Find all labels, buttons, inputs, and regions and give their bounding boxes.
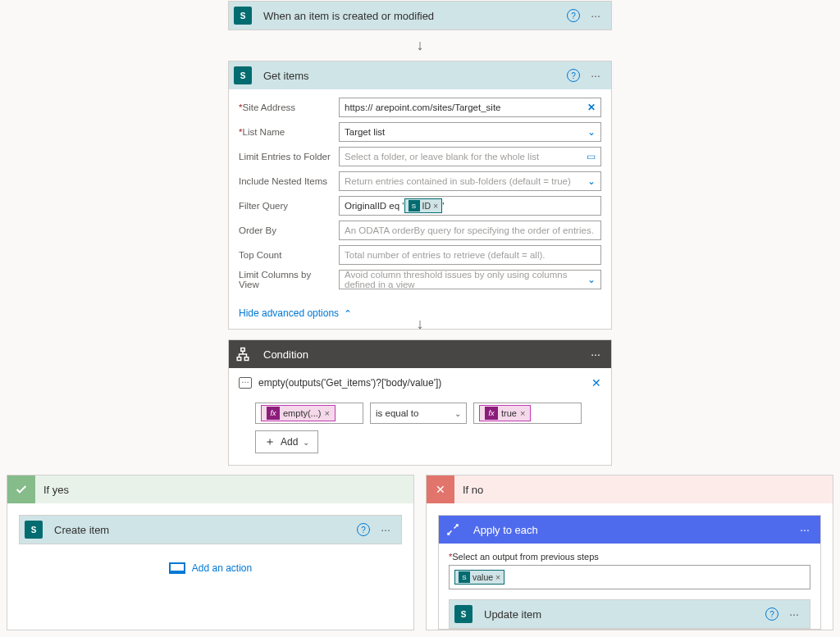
sharepoint-icon: S <box>234 7 252 25</box>
chevron-down-icon[interactable]: ⌄ <box>587 274 596 285</box>
fx-token-empty[interactable]: fxempty(...)× <box>261 405 336 421</box>
site-address-label: *Site Address <box>239 102 331 112</box>
value-token[interactable]: Svalue× <box>454 570 504 585</box>
top-count-label: Top Count <box>239 250 331 260</box>
expression-icon <box>239 377 252 389</box>
plus-icon: ＋ <box>264 435 276 449</box>
create-item-menu[interactable]: ··· <box>377 523 395 536</box>
get-items-title: Get items <box>263 70 560 82</box>
svg-rect-0 <box>241 348 245 352</box>
chevron-down-icon[interactable]: ⌄ <box>587 126 596 138</box>
help-icon[interactable]: ? <box>765 607 778 621</box>
clear-icon[interactable]: ✕ <box>587 102 596 113</box>
add-action-button[interactable]: Add an action <box>19 562 402 574</box>
limit-cols-input[interactable]: Avoid column threshold issues by only us… <box>339 270 601 289</box>
list-name-label: *List Name <box>239 127 331 137</box>
nested-label: Include Nested Items <box>239 176 331 186</box>
create-item-card[interactable]: S Create item ? ··· <box>19 515 402 544</box>
apply-to-each-header[interactable]: Apply to each ··· <box>439 516 820 544</box>
close-icon[interactable]: × <box>433 201 438 211</box>
get-items-header[interactable]: S Get items ? ··· <box>229 61 611 89</box>
trigger-title: When an item is created or modified <box>263 10 560 22</box>
list-name-input[interactable]: Target list⌄ <box>339 122 601 142</box>
close-icon[interactable]: × <box>495 572 500 582</box>
update-item-menu[interactable]: ··· <box>785 607 803 621</box>
if-no-title: If no <box>463 484 824 496</box>
apply-to-each-title: Apply to each <box>473 524 789 536</box>
id-token[interactable]: SID× <box>404 198 443 213</box>
condition-header[interactable]: Condition ··· <box>229 340 611 368</box>
if-yes-title: If yes <box>43 484 405 496</box>
filter-query-input[interactable]: OriginalID eq ' SID× ' <box>339 196 601 216</box>
condition-left-input[interactable]: fxempty(...)× <box>255 403 363 424</box>
limit-folder-label: Limit Entries to Folder <box>239 152 331 162</box>
create-item-title: Create item <box>54 524 350 536</box>
update-item-card[interactable]: S Update item ? ··· <box>449 599 810 629</box>
condition-icon <box>229 340 257 368</box>
sharepoint-icon: S <box>234 66 252 84</box>
fx-icon: fx <box>267 407 280 420</box>
sharepoint-icon: S <box>454 605 472 623</box>
add-condition-button[interactable]: ＋Add⌄ <box>255 430 318 453</box>
condition-card: Condition ··· empty(outputs('Get_items')… <box>228 339 612 466</box>
if-no-branch: ✕ If no Apply to each ··· *Select an out… <box>426 475 833 630</box>
close-icon[interactable]: × <box>324 408 329 418</box>
select-output-label: *Select an output from previous steps <box>449 552 810 562</box>
trigger-menu[interactable]: ··· <box>587 9 605 22</box>
nested-input[interactable]: Return entries contained in sub-folders … <box>339 171 601 191</box>
check-icon <box>7 475 35 503</box>
condition-comparator[interactable]: is equal to⌄ <box>370 403 467 424</box>
close-icon[interactable]: × <box>520 408 525 418</box>
order-by-label: Order By <box>239 225 331 235</box>
sharepoint-icon: S <box>409 200 420 212</box>
svg-rect-2 <box>244 357 249 361</box>
close-icon: ✕ <box>427 475 454 503</box>
apply-to-each-menu[interactable]: ··· <box>796 523 814 536</box>
select-output-input[interactable]: Svalue× <box>449 565 810 589</box>
get-items-card: S Get items ? ··· *Site Address https://… <box>228 61 612 330</box>
chevron-down-icon: ⌄ <box>303 438 309 447</box>
apply-to-each-card: Apply to each ··· *Select an output from… <box>438 515 821 630</box>
arrow-down-icon: ↓ <box>228 316 612 331</box>
loop-icon <box>439 516 467 544</box>
chevron-down-icon: ⌄ <box>454 409 461 418</box>
fx-token-true[interactable]: fxtrue× <box>479 405 531 421</box>
help-icon[interactable]: ? <box>567 69 580 82</box>
limit-cols-label: Limit Columns by View <box>239 270 331 289</box>
help-icon[interactable]: ? <box>567 9 580 22</box>
limit-folder-input[interactable]: Select a folder, or leave blank for the … <box>339 147 601 166</box>
condition-title: Condition <box>263 348 580 361</box>
help-icon[interactable]: ? <box>357 523 370 536</box>
arrow-down-icon: ↓ <box>228 38 612 52</box>
condition-expression: empty(outputs('Get_items')?['body/value'… <box>258 377 441 389</box>
update-item-title: Update item <box>484 608 759 621</box>
trigger-card[interactable]: S When an item is created or modified ? … <box>228 1 612 30</box>
sharepoint-icon: S <box>459 571 470 583</box>
folder-icon[interactable]: ▭ <box>587 151 596 162</box>
condition-right-input[interactable]: fxtrue× <box>473 403 582 424</box>
filter-query-label: Filter Query <box>239 201 331 211</box>
svg-rect-1 <box>237 357 241 361</box>
sharepoint-icon: S <box>25 521 43 539</box>
condition-menu[interactable]: ··· <box>587 348 605 361</box>
get-items-menu[interactable]: ··· <box>587 69 605 82</box>
site-address-input[interactable]: https:// arepoint.com/sites/Target_site✕ <box>339 98 601 117</box>
top-count-input[interactable]: Total number of entries to retrieve (def… <box>339 245 601 265</box>
fx-icon: fx <box>485 407 498 420</box>
close-icon[interactable]: ✕ <box>591 376 601 389</box>
chevron-down-icon[interactable]: ⌄ <box>587 175 596 187</box>
if-yes-branch: If yes S Create item ? ··· Add an action <box>7 475 414 630</box>
order-by-input[interactable]: An ODATA orderBy query for specifying th… <box>339 221 601 240</box>
new-step-icon <box>169 562 185 574</box>
